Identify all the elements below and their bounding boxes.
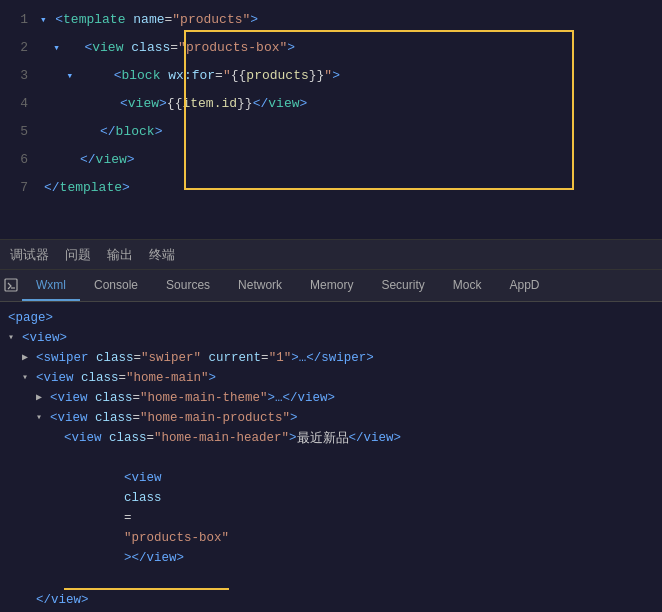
dom-line-header: <view class = "home-main-header" > 最近新品 … xyxy=(8,428,654,448)
code-line-3: ▾ <block wx:for = " {{ products }} " > xyxy=(36,62,662,90)
dom-line-home-main: ▾ <view class = "home-main" > xyxy=(8,368,654,388)
fold-arrow-2[interactable]: ▾ xyxy=(40,34,66,62)
bottom-panel: 调试器 问题 输出 终端 Wxml Console Sources Networ… xyxy=(0,240,662,612)
tab-console[interactable]: Console xyxy=(80,270,152,301)
line-numbers: 1 2 3 4 5 6 7 xyxy=(0,0,36,239)
dom-line-swiper: ▶ <swiper class = "swiper" current = "1"… xyxy=(8,348,654,368)
tab-memory[interactable]: Memory xyxy=(296,270,367,301)
tab-output[interactable]: 输出 xyxy=(107,242,133,268)
fold-arrow-3[interactable]: ▾ xyxy=(40,62,80,90)
dom-line-products-box: <view class = "products-box" ></view> xyxy=(8,448,654,590)
dom-arrow-swiper[interactable]: ▶ xyxy=(22,348,34,368)
tab-network[interactable]: Network xyxy=(224,270,296,301)
fold-arrow-1[interactable]: ▾ xyxy=(40,6,53,34)
devtools-tabs-bar: Wxml Console Sources Network Memory Secu… xyxy=(0,270,662,302)
dom-line-view-open: ▾ <view> xyxy=(8,328,654,348)
devtools-icon[interactable] xyxy=(0,270,22,300)
dom-arrow-home-main[interactable]: ▾ xyxy=(22,368,34,388)
dom-tree: <page> ▾ <view> ▶ <swiper class = "swipe… xyxy=(0,302,662,612)
tab-terminal[interactable]: 终端 xyxy=(149,242,175,268)
tab-sources[interactable]: Sources xyxy=(152,270,224,301)
tab-wxml[interactable]: Wxml xyxy=(22,270,80,301)
dom-arrow-products[interactable]: ▾ xyxy=(36,408,48,428)
dom-line-home-main-theme: ▶ <view class = "home-main-theme" >…</vi… xyxy=(8,388,654,408)
tag-open-template: <template xyxy=(55,6,125,34)
code-line-6: </view> xyxy=(36,146,662,174)
dom-arrow-theme[interactable]: ▶ xyxy=(36,388,48,408)
code-line-7: </template> xyxy=(36,174,662,202)
top-tabs-bar: 调试器 问题 输出 终端 xyxy=(0,240,662,270)
code-line-2: ▾ <view class = "products-box" > xyxy=(36,34,662,62)
dom-line-close-products: </view> xyxy=(8,590,654,610)
code-content: ▾ <template name = "products" > ▾ <view … xyxy=(36,0,662,239)
tab-issues[interactable]: 问题 xyxy=(65,242,91,268)
tab-appd[interactable]: AppD xyxy=(495,270,553,301)
tab-security[interactable]: Security xyxy=(367,270,438,301)
code-line-5: </block> xyxy=(36,118,662,146)
dom-line-home-main-products: ▾ <view class = "home-main-products" > xyxy=(8,408,654,428)
tab-mock[interactable]: Mock xyxy=(439,270,496,301)
tab-debugger[interactable]: 调试器 xyxy=(10,242,49,268)
dom-line-page-open: <page> xyxy=(8,308,654,328)
code-line-1: ▾ <template name = "products" > xyxy=(36,6,662,34)
svg-rect-0 xyxy=(5,279,17,291)
editor-section: 1 2 3 4 5 6 7 ▾ <template name = "produc… xyxy=(0,0,662,240)
code-area: 1 2 3 4 5 6 7 ▾ <template name = "produc… xyxy=(0,0,662,239)
dom-arrow-view[interactable]: ▾ xyxy=(8,328,20,348)
code-line-4: <view> {{ item.id }} </view> xyxy=(36,90,662,118)
